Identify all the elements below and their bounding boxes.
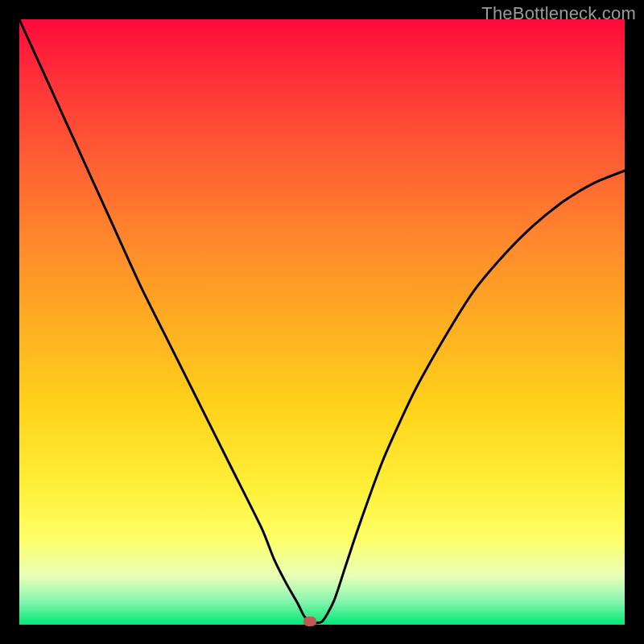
- curve-path: [19, 19, 625, 623]
- bottleneck-curve: [19, 19, 625, 625]
- watermark-text: TheBottleneck.com: [481, 3, 636, 24]
- plot-area: [19, 19, 625, 625]
- chart-frame: TheBottleneck.com: [0, 0, 644, 644]
- optimum-marker: [303, 617, 316, 626]
